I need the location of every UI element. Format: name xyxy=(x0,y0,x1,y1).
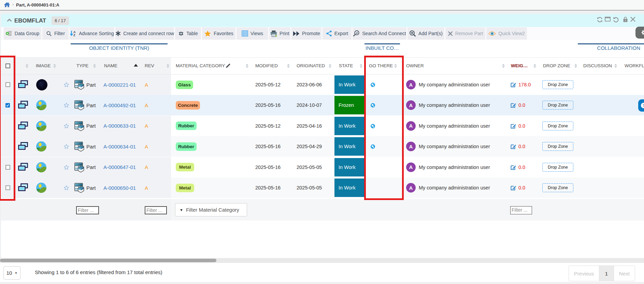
svg-text:Z: Z xyxy=(73,33,75,37)
svg-text:?: ? xyxy=(643,103,644,108)
